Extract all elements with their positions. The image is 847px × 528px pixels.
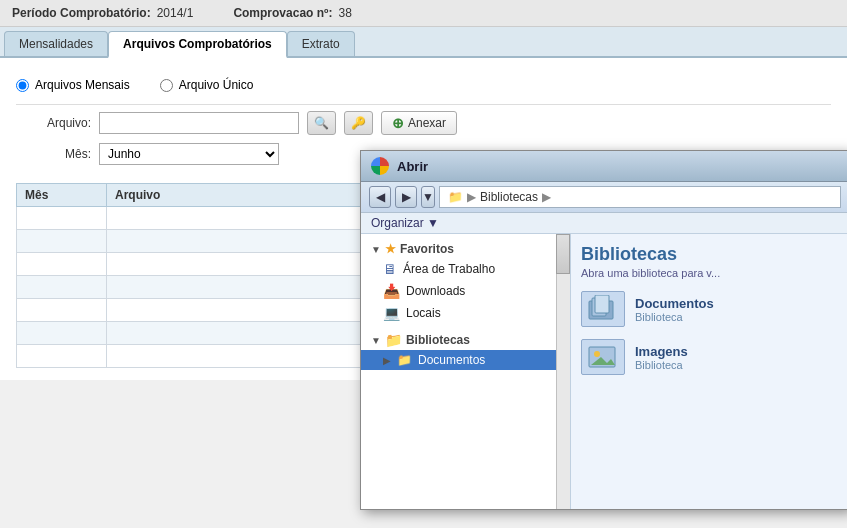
downloads-icon: 📥: [383, 283, 400, 299]
tab-mensalidades[interactable]: Mensalidades: [4, 31, 108, 56]
imagens-lib-icon: [581, 339, 625, 375]
expand-arrow-favoritos: ▼: [371, 244, 381, 255]
mes-label: Mês:: [36, 147, 91, 161]
organizar-bar[interactable]: Organizar ▼: [361, 213, 847, 234]
file-open-dialog: Abrir ◀ ▶ ▼ 📁 ▶ Bibliotecas ▶ Organizar …: [360, 150, 847, 380]
library-item-imagens[interactable]: Imagens Biblioteca: [581, 339, 839, 375]
documentos-lib-type: Biblioteca: [635, 311, 714, 323]
anexar-button[interactable]: ⊕ Anexar: [381, 111, 457, 135]
key-icon: 🔑: [351, 116, 366, 130]
tree-item-downloads[interactable]: 📥 Downloads: [361, 280, 570, 302]
radio-unico[interactable]: Arquivo Único: [160, 78, 254, 92]
nav-path: 📁 ▶ Bibliotecas ▶: [439, 186, 841, 208]
right-panel: Bibliotecas Abra uma biblioteca para v..…: [571, 234, 847, 380]
imagens-lib-text: Imagens Biblioteca: [635, 344, 688, 371]
dialog-titlebar: Abrir: [361, 151, 847, 182]
comprovacao-field: Comprovacao nº: 38: [233, 6, 351, 20]
dialog-navbar: ◀ ▶ ▼ 📁 ▶ Bibliotecas ▶: [361, 182, 847, 213]
dialog-title: Abrir: [397, 159, 839, 174]
mes-select[interactable]: Junho Janeiro Fevereiro Março Abril Maio…: [99, 143, 279, 165]
favoritos-section[interactable]: ▼ ★ Favoritos: [361, 240, 570, 258]
expand-arrow-bibliotecas: ▼: [371, 335, 381, 346]
tabs-bar: Mensalidades Arquivos Comprobatórios Ext…: [0, 27, 847, 58]
star-icon: ★: [385, 242, 396, 256]
chevron-down-icon: ▼: [422, 190, 434, 204]
tree-item-locais[interactable]: 💻 Locais: [361, 302, 570, 324]
documentos-lib-name: Documentos: [635, 296, 714, 311]
forward-button[interactable]: ▶: [395, 186, 417, 208]
favoritos-label: Favoritos: [400, 242, 454, 256]
svg-point-4: [594, 351, 600, 357]
organizar-label: Organizar ▼: [371, 216, 439, 230]
folder-icon: 📁: [448, 190, 463, 204]
documentos-lib-text: Documentos Biblioteca: [635, 296, 714, 323]
tree-label-documentos: Documentos: [418, 353, 485, 367]
comprovacao-label: Comprovacao nº:: [233, 6, 332, 20]
scrollbar-track[interactable]: [556, 234, 570, 380]
libraries-title: Bibliotecas: [581, 244, 839, 265]
path-arrow: ▶: [542, 190, 551, 204]
comprovacao-value: 38: [338, 6, 351, 20]
documentos-folder-icon: 📁: [397, 353, 412, 367]
tree-panel: ▼ ★ Favoritos 🖥 Área de Trabalho 📥 Downl…: [361, 234, 571, 380]
arquivo-input[interactable]: [99, 112, 299, 134]
header-bar: Período Comprobatório: 2014/1 Comprovaca…: [0, 0, 847, 27]
bibliotecas-label: Bibliotecas: [406, 333, 470, 347]
imagens-lib-type: Biblioteca: [635, 359, 688, 371]
desktop-icon: 🖥: [383, 261, 397, 277]
plus-icon: ⊕: [392, 115, 404, 131]
tree-item-area-trabalho[interactable]: 🖥 Área de Trabalho: [361, 258, 570, 280]
path-bibliotecas: Bibliotecas: [480, 190, 538, 204]
arquivo-row: Arquivo: 🔍 🔑 ⊕ Anexar: [16, 111, 831, 135]
forward-icon: ▶: [402, 190, 411, 204]
expand-arrow-docs: ▶: [383, 355, 391, 366]
period-value: 2014/1: [157, 6, 194, 20]
tab-arquivos[interactable]: Arquivos Comprobatórios: [108, 31, 287, 58]
period-label: Período Comprobatório:: [12, 6, 151, 20]
arquivo-label: Arquivo:: [36, 116, 91, 130]
imagens-lib-name: Imagens: [635, 344, 688, 359]
back-icon: ◀: [376, 190, 385, 204]
scrollbar-thumb[interactable]: [556, 234, 570, 274]
radio-row: Arquivos Mensais Arquivo Único: [16, 70, 831, 104]
back-button[interactable]: ◀: [369, 186, 391, 208]
path-sep: ▶: [467, 190, 476, 204]
bibliotecas-section[interactable]: ▼ 📁 Bibliotecas: [361, 330, 570, 350]
dropdown-button[interactable]: ▼: [421, 186, 435, 208]
documentos-lib-icon: [581, 291, 625, 327]
libraries-header: Bibliotecas Abra uma biblioteca para v..…: [581, 244, 839, 279]
tree-label-area-trabalho: Área de Trabalho: [403, 262, 495, 276]
svg-rect-2: [595, 295, 609, 313]
col-mes: Mês: [17, 184, 107, 207]
dialog-body: ▼ ★ Favoritos 🖥 Área de Trabalho 📥 Downl…: [361, 234, 847, 380]
period-field: Período Comprobatório: 2014/1: [12, 6, 193, 20]
libraries-subtitle: Abra uma biblioteca para v...: [581, 267, 839, 279]
bibliotecas-folder-icon: 📁: [385, 332, 402, 348]
library-item-documentos[interactable]: Documentos Biblioteca: [581, 291, 839, 327]
key-button[interactable]: 🔑: [344, 111, 373, 135]
search-button[interactable]: 🔍: [307, 111, 336, 135]
search-icon: 🔍: [314, 116, 329, 130]
tree-item-documentos[interactable]: ▶ 📁 Documentos: [361, 350, 570, 370]
radio-mensais[interactable]: Arquivos Mensais: [16, 78, 130, 92]
locais-icon: 💻: [383, 305, 400, 321]
chrome-icon: [371, 157, 389, 175]
tree-label-downloads: Downloads: [406, 284, 465, 298]
tab-extrato[interactable]: Extrato: [287, 31, 355, 56]
tree-label-locais: Locais: [406, 306, 441, 320]
